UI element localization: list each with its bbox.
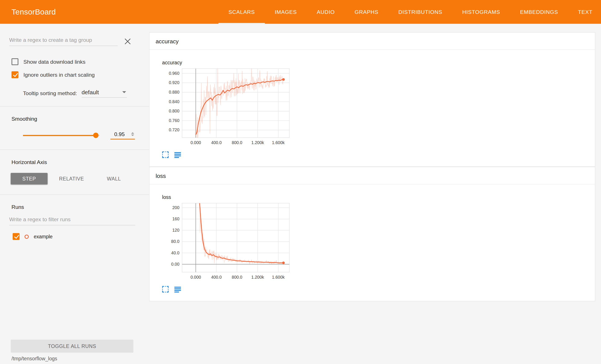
svg-text:0.00: 0.00 bbox=[171, 262, 179, 266]
tab-images[interactable]: IMAGES bbox=[265, 0, 307, 24]
svg-text:0.800: 0.800 bbox=[169, 109, 179, 113]
svg-text:0.720: 0.720 bbox=[169, 127, 179, 132]
divider bbox=[0, 194, 149, 195]
horizontal-axis-buttons: STEPRELATIVEWALL bbox=[11, 173, 149, 184]
smoothing-row: 0.95 bbox=[23, 131, 140, 140]
slider-fill bbox=[23, 135, 96, 136]
axis-button-wall[interactable]: WALL bbox=[96, 173, 132, 184]
run-item[interactable]: example bbox=[13, 233, 149, 240]
section-header[interactable]: accuracy bbox=[150, 32, 595, 50]
tab-text[interactable]: TEXT bbox=[568, 0, 601, 24]
data-series-icon[interactable] bbox=[174, 152, 181, 158]
smoothing-label: Smoothing bbox=[11, 116, 149, 122]
option-label: Ignore outliers in chart scaling bbox=[23, 72, 95, 78]
run-color-swatch bbox=[24, 234, 29, 239]
svg-text:1.200k: 1.200k bbox=[251, 140, 264, 145]
svg-text:400.0: 400.0 bbox=[211, 140, 222, 145]
tab-graphs[interactable]: GRAPHS bbox=[345, 0, 389, 24]
smoothing-value-input[interactable]: 0.95 bbox=[110, 131, 135, 140]
svg-text:160: 160 bbox=[172, 216, 180, 221]
fullscreen-icon[interactable] bbox=[162, 152, 169, 158]
tab-audio[interactable]: AUDIO bbox=[307, 0, 345, 24]
main-content: accuracy accuracy 0.000400.0800.01.200k1… bbox=[149, 24, 601, 364]
run-label: example bbox=[34, 233, 53, 239]
svg-text:800.0: 800.0 bbox=[232, 140, 242, 145]
toggle-all-runs-button[interactable]: TOGGLE ALL RUNS bbox=[11, 340, 133, 353]
data-series-icon[interactable] bbox=[174, 286, 181, 293]
svg-text:0.000: 0.000 bbox=[190, 275, 201, 280]
runs-list: example bbox=[0, 233, 149, 240]
tensorboard-app: TensorBoard SCALARSIMAGESAUDIOGRAPHSDIST… bbox=[0, 0, 601, 364]
section-title: loss bbox=[156, 172, 166, 179]
app-title: TensorBoard bbox=[11, 0, 56, 24]
show-download-links-option[interactable]: Show data download links bbox=[11, 58, 149, 65]
scalar-chart-card: accuracy 0.000400.0800.01.200k1.600k0.96… bbox=[162, 60, 595, 158]
top-tabs: SCALARSIMAGESAUDIOGRAPHSDISTRIBUTIONSHIS… bbox=[218, 0, 601, 24]
svg-text:1.200k: 1.200k bbox=[251, 275, 264, 280]
smoothing-value: 0.95 bbox=[114, 131, 125, 137]
tab-embeddings[interactable]: EMBEDDINGS bbox=[510, 0, 568, 24]
svg-text:1.600k: 1.600k bbox=[272, 140, 285, 145]
svg-text:0.960: 0.960 bbox=[169, 71, 179, 76]
chart-title: loss bbox=[162, 194, 595, 200]
axis-button-step[interactable]: STEP bbox=[11, 173, 48, 184]
tag-filter-input[interactable] bbox=[9, 37, 118, 46]
svg-text:200: 200 bbox=[172, 205, 180, 210]
section-title: accuracy bbox=[156, 38, 179, 44]
sidebar: Show data download links Ignore outliers… bbox=[0, 24, 149, 364]
slider-thumb[interactable] bbox=[93, 133, 99, 138]
ignore-outliers-option[interactable]: Ignore outliers in chart scaling bbox=[11, 71, 149, 78]
axis-button-relative[interactable]: RELATIVE bbox=[52, 173, 91, 184]
clear-tag-filter-icon[interactable] bbox=[124, 38, 131, 45]
tab-scalars[interactable]: SCALARS bbox=[218, 0, 265, 24]
checkbox-icon[interactable] bbox=[11, 58, 19, 65]
number-spinner-icon[interactable] bbox=[131, 132, 134, 136]
svg-text:0.880: 0.880 bbox=[169, 90, 179, 94]
section-body: accuracy 0.000400.0800.01.200k1.600k0.96… bbox=[150, 50, 595, 166]
section-body: loss 0.000400.0800.01.200k1.600k20016012… bbox=[150, 184, 595, 301]
svg-text:80.0: 80.0 bbox=[171, 239, 179, 244]
tab-distributions[interactable]: DISTRIBUTIONS bbox=[389, 0, 452, 24]
svg-text:0.840: 0.840 bbox=[169, 99, 179, 104]
tooltip-sort-label: Tooltip sorting method: bbox=[23, 90, 77, 96]
chart-actions bbox=[162, 152, 595, 158]
horizontal-axis-label: Horizontal Axis bbox=[11, 159, 149, 165]
svg-text:0.920: 0.920 bbox=[169, 80, 179, 85]
tooltip-sort-value: default bbox=[82, 89, 99, 95]
checkbox-icon[interactable] bbox=[11, 71, 19, 78]
chart-title: accuracy bbox=[162, 60, 595, 66]
scalar-sections: accuracy accuracy 0.000400.0800.01.200k1… bbox=[149, 32, 595, 301]
scalar-section: accuracy accuracy 0.000400.0800.01.200k1… bbox=[149, 32, 595, 167]
chart-actions bbox=[162, 286, 595, 293]
log-dir-path: /tmp/tensorflow_logs bbox=[11, 356, 57, 362]
line-chart[interactable]: 0.000400.0800.01.200k1.600k0.9600.9200.8… bbox=[162, 66, 294, 148]
line-chart[interactable]: 0.000400.0800.01.200k1.600k20016012080.0… bbox=[162, 201, 294, 282]
scalar-chart-card: loss 0.000400.0800.01.200k1.600k20016012… bbox=[162, 194, 595, 293]
runs-filter-input[interactable] bbox=[9, 216, 135, 225]
smoothing-slider[interactable] bbox=[23, 133, 100, 138]
divider bbox=[0, 150, 149, 150]
divider bbox=[0, 106, 149, 107]
tooltip-sort-dropdown[interactable]: default bbox=[82, 89, 127, 98]
svg-text:40.0: 40.0 bbox=[171, 251, 179, 255]
scalar-section: loss loss 0.000400.0800.01.200k1.600k200… bbox=[149, 167, 595, 301]
section-header[interactable]: loss bbox=[150, 167, 595, 184]
svg-text:0.760: 0.760 bbox=[169, 118, 179, 123]
svg-text:0.000: 0.000 bbox=[190, 140, 201, 145]
fullscreen-icon[interactable] bbox=[162, 286, 169, 293]
runs-label: Runs bbox=[11, 204, 149, 210]
svg-text:1.600k: 1.600k bbox=[272, 275, 285, 280]
app-header: TensorBoard SCALARSIMAGESAUDIOGRAPHSDIST… bbox=[0, 0, 601, 24]
svg-text:800.0: 800.0 bbox=[232, 275, 242, 280]
tooltip-sort-row: Tooltip sorting method: default bbox=[23, 87, 149, 96]
run-checkbox[interactable] bbox=[13, 233, 20, 240]
tab-histograms[interactable]: HISTOGRAMS bbox=[452, 0, 510, 24]
tag-filter-row bbox=[9, 37, 140, 46]
svg-text:120: 120 bbox=[172, 228, 180, 233]
chevron-down-icon bbox=[122, 91, 126, 93]
svg-text:400.0: 400.0 bbox=[211, 275, 222, 280]
option-label: Show data download links bbox=[23, 59, 85, 65]
